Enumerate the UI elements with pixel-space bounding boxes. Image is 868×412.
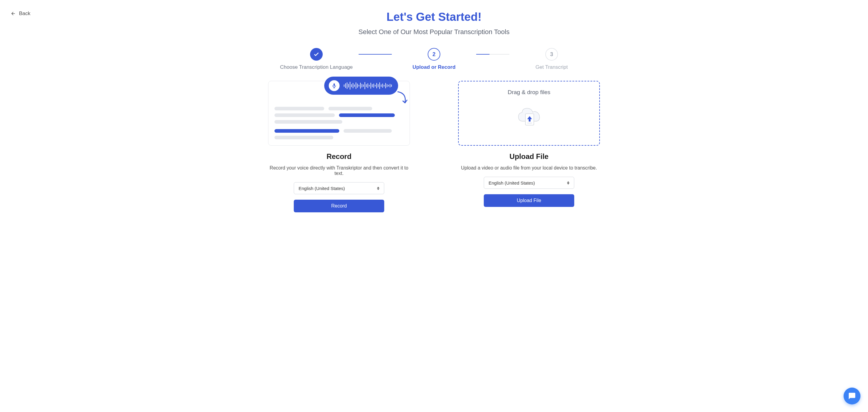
upload-description: Upload a video or audio file from your l… [461, 165, 597, 171]
record-description: Record your voice directly with Transkri… [265, 165, 413, 176]
chat-icon [848, 392, 856, 400]
waveform-icon [343, 81, 394, 90]
page-title: Let's Get Started! [253, 10, 615, 24]
cloud-upload-icon [514, 102, 544, 132]
record-title: Record [327, 152, 352, 161]
dropzone-text: Drag & drop files [507, 89, 550, 96]
step-1-circle [310, 48, 323, 61]
upload-title: Upload File [509, 152, 548, 161]
upload-language-value: English (United States) [489, 180, 535, 186]
step-3-label: Get Transcript [536, 64, 568, 70]
text-lines-illustration [275, 107, 404, 139]
step-2-circle: 2 [428, 48, 440, 61]
step-connector-1 [359, 54, 392, 55]
record-pill-illustration [324, 76, 398, 95]
select-arrows-icon [567, 181, 569, 185]
record-button[interactable]: Record [294, 200, 384, 212]
upload-section: Drag & drop files Upload File Upload a v… [455, 81, 603, 212]
record-illustration [268, 81, 410, 146]
back-button[interactable]: Back [10, 10, 30, 17]
step-connector-2 [476, 54, 509, 55]
curved-arrow-icon [396, 90, 408, 105]
step-2-label: Upload or Record [412, 64, 456, 70]
microphone-icon [329, 80, 340, 91]
step-2: 2 Upload or Record [392, 48, 476, 70]
upload-dropzone[interactable]: Drag & drop files [458, 81, 600, 146]
step-1: Choose Transcription Language [274, 48, 359, 70]
record-language-value: English (United States) [299, 186, 345, 191]
record-section: Record Record your voice directly with T… [265, 81, 413, 212]
record-language-select[interactable]: English (United States) [294, 182, 384, 194]
upload-button[interactable]: Upload File [484, 194, 574, 207]
stepper: Choose Transcription Language 2 Upload o… [253, 48, 615, 70]
select-arrows-icon [377, 187, 379, 190]
chat-widget-button[interactable] [843, 387, 861, 405]
step-3-circle: 3 [545, 48, 558, 61]
step-3: 3 Get Transcript [509, 48, 594, 70]
arrow-left-icon [10, 11, 16, 16]
page-subtitle: Select One of Our Most Popular Transcrip… [253, 28, 615, 36]
upload-language-select[interactable]: English (United States) [484, 177, 574, 189]
step-1-label: Choose Transcription Language [280, 64, 353, 70]
back-label: Back [19, 10, 30, 17]
check-icon [313, 51, 319, 57]
